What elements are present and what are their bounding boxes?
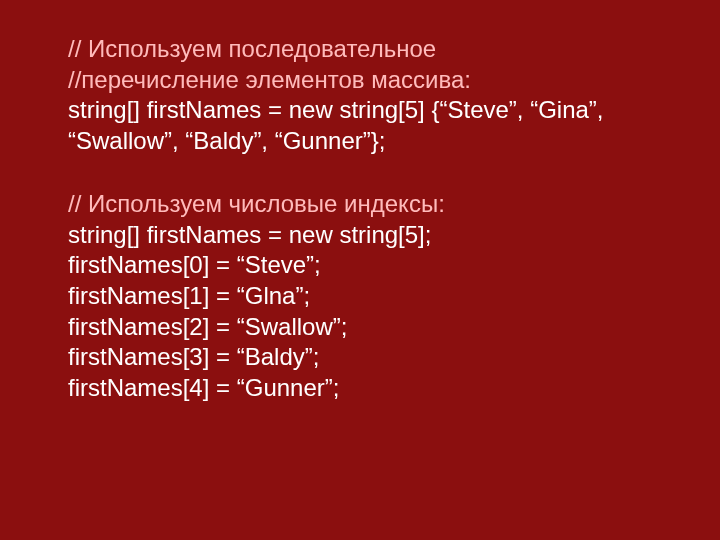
comment-line-2: // Используем числовые индексы: [68, 189, 680, 220]
code-line-1: string[] firstNames = new string[5] {“St… [68, 95, 680, 156]
code-line-assign-2: firstNames[2] = “Swallow”; [68, 312, 680, 343]
code-line-assign-4: firstNames[4] = “Gunner”; [68, 373, 680, 404]
code-line-assign-3: firstNames[3] = “Baldy”; [68, 342, 680, 373]
comment-line-1b: //перечисление элементов массива: [68, 65, 680, 96]
code-line-2: string[] firstNames = new string[5]; [68, 220, 680, 251]
blank-gap [68, 157, 680, 189]
code-line-assign-1: firstNames[1] = “Glna”; [68, 281, 680, 312]
code-line-assign-0: firstNames[0] = “Steve”; [68, 250, 680, 281]
comment-line-1a: // Используем последовательное [68, 34, 680, 65]
slide: // Используем последовательное //перечис… [0, 0, 720, 540]
